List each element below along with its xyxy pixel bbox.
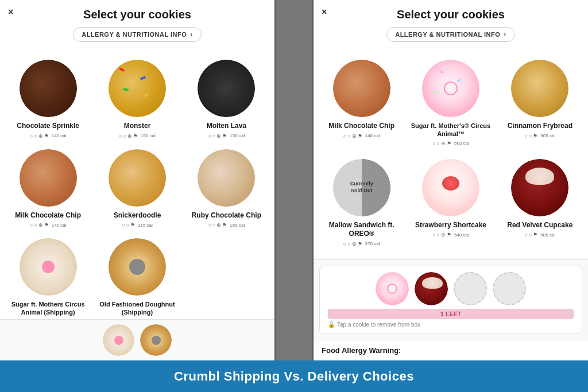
cookie-image-mallow-sandwich: CurrentlySold Out xyxy=(333,159,390,216)
panels-container: × Select your cookies ALLERGY & NUTRITIO… xyxy=(0,0,588,360)
cookie-name: Mallow Sandwich ft. OREO® xyxy=(320,221,403,239)
cookie-name: Sugar ft. Mother's® Circus Animal™ xyxy=(409,122,492,138)
cookie-image-snickerdoodle xyxy=(109,149,166,207)
cookie-image-strawberry-sc xyxy=(422,159,479,216)
selected-cookies-row xyxy=(328,272,574,305)
cookie-image-red-velvet xyxy=(511,159,568,216)
bottom-banner-text: Crumbl Shipping Vs. Delivery Choices xyxy=(174,369,414,384)
cookie-image-choc-sprinkle xyxy=(20,60,77,117)
cookie-item-strawberry-sc[interactable]: Strawberry Shortcake ○○⊕⚑540 cal xyxy=(406,153,495,254)
cookie-meta: ○○⊕⚑140 cal xyxy=(30,133,67,139)
cookie-item-milk-choc2[interactable]: Milk Chocolate Chip ○○⊕⚑140 cal xyxy=(317,54,406,153)
cookie-meta: ○○⊕⚑270 cal xyxy=(343,241,380,247)
sold-out-overlay: CurrentlySold Out xyxy=(333,159,390,216)
cookie-meta: ○○⚑505 cal xyxy=(524,133,555,139)
right-panel-header: × Select your cookies ALLERGY & NUTRITIO… xyxy=(314,0,588,48)
right-allergy-button[interactable]: ALLERGY & NUTRITIONAL INFO › xyxy=(386,27,515,42)
cookie-image-monster xyxy=(109,60,166,117)
cookie-name: Milk Chocolate Chip xyxy=(328,122,394,131)
cookie-image-cinnamon-fry xyxy=(511,60,568,117)
food-allergy-title: Food Allergy Warning: xyxy=(322,346,580,355)
selection-box: 1 LEFT 🔓 Tap a cookie to remove from box xyxy=(319,266,582,334)
cookie-name: Strawberry Shortcake xyxy=(415,221,486,230)
cookie-item-molten-lava[interactable]: Molten Lava ○○⊕⚑150 cal xyxy=(182,54,271,143)
cookie-name: Ruby Chocolate Chip xyxy=(192,211,261,220)
cookie-item-mallow-sandwich[interactable]: CurrentlySold Out Mallow Sandwich ft. OR… xyxy=(317,153,406,254)
cookie-item-cinnamon-fry[interactable]: Cinnamon Frybread ○○⚑505 cal xyxy=(496,54,585,153)
cookie-image-molten-lava xyxy=(198,60,255,117)
tap-hint: 🔓 Tap a cookie to remove from box xyxy=(328,321,574,328)
gap-divider xyxy=(276,0,312,360)
cookie-image-milk-choc xyxy=(20,149,77,207)
cookie-meta: ○○⊕⚑140 cal xyxy=(343,133,380,139)
cookie-meta: ○○⊕⚑503 cal xyxy=(432,141,469,146)
cookie-image-sugar-circus xyxy=(422,60,479,117)
food-allergy-section: Food Allergy Warning: xyxy=(314,340,588,360)
right-panel-title: Select your cookies xyxy=(323,8,579,21)
right-panel: × Select your cookies ALLERGY & NUTRITIO… xyxy=(312,0,588,360)
cookie-name: Milk Chocolate Chip xyxy=(15,211,81,220)
cookie-item-monster[interactable]: Monster ○○⊕⚑150 cal xyxy=(92,54,181,143)
chevron-right-icon: › xyxy=(504,30,506,38)
cookie-meta: ○○⊕⚑150 cal xyxy=(208,133,245,139)
cookie-name: Molten Lava xyxy=(207,122,246,131)
cookie-item-choc-sprinkle[interactable]: Chocolate Sprinkle ○○⊕⚑140 cal xyxy=(3,54,92,143)
cookie-meta: ○○⊕⚑150 cal xyxy=(208,222,245,228)
cookie-meta: ○○⚑115 cal xyxy=(122,222,153,228)
sold-out-text: CurrentlySold Out xyxy=(350,181,373,194)
cookie-name: Old Fashioned Doughnut (Shipping) xyxy=(96,300,178,317)
cookie-meta: ○○⚑505 cal xyxy=(524,232,555,238)
cookie-name: Cinnamon Frybread xyxy=(508,122,572,131)
right-cookie-grid: Milk Chocolate Chip ○○⊕⚑140 cal Sugar ft… xyxy=(314,48,588,259)
cookie-item-sugar-pink[interactable]: Sugar ft. Mothers Circus Animal (Shippin… xyxy=(3,232,92,319)
cookie-name: Red Velvet Cupcake xyxy=(507,221,572,230)
left-allergy-button[interactable]: ALLERGY & NUTRITIONAL INFO › xyxy=(73,27,202,42)
cookie-image-sugar-pink xyxy=(20,238,77,296)
left-bottom-preview xyxy=(0,319,274,360)
chevron-right-icon: › xyxy=(190,30,193,38)
cookie-item-red-velvet[interactable]: Red Velvet Cupcake ○○⚑505 cal xyxy=(496,153,585,254)
cookie-item-milk-choc[interactable]: Milk Chocolate Chip ○○⊕⚑140 cal xyxy=(3,143,92,233)
cookie-item-ruby-choc[interactable]: Ruby Chocolate Chip ○○⊕⚑150 cal xyxy=(182,143,271,233)
left-panel-title: Select your cookies xyxy=(9,8,265,21)
left-close-button[interactable]: × xyxy=(8,7,13,17)
bottom-banner: Crumbl Shipping Vs. Delivery Choices xyxy=(0,360,588,392)
cookie-image-ruby-choc xyxy=(198,149,255,207)
left-panel: × Select your cookies ALLERGY & NUTRITIO… xyxy=(0,0,276,360)
cookie-name: Snickerdoodle xyxy=(114,211,161,220)
cookie-name: Monster xyxy=(124,122,151,131)
cookie-meta: ○○⊕⚑540 cal xyxy=(432,232,469,238)
cookie-image-milk-choc2 xyxy=(333,60,390,117)
cookie-name: Sugar ft. Mothers Circus Animal (Shippin… xyxy=(7,300,89,317)
left-panel-header: × Select your cookies ALLERGY & NUTRITIO… xyxy=(0,0,274,48)
right-close-button[interactable]: × xyxy=(322,7,327,17)
cookie-meta: ○○⊕⚑140 cal xyxy=(30,222,67,228)
right-selection-area: 1 LEFT 🔓 Tap a cookie to remove from box xyxy=(314,259,588,340)
cookie-image-old-fashioned xyxy=(109,238,166,296)
cookie-item-old-fashioned[interactable]: Old Fashioned Doughnut (Shipping) ○○⊕⚑16… xyxy=(92,232,181,319)
left-count-badge: 1 LEFT xyxy=(328,309,574,319)
cookie-meta: ○○⊕⚑150 cal xyxy=(119,133,156,139)
cookie-item-snickerdoodle[interactable]: Snickerdoodle ○○⚑115 cal xyxy=(92,143,181,233)
left-cookie-grid: Chocolate Sprinkle ○○⊕⚑140 cal Monster ○… xyxy=(0,48,274,319)
cookie-item-sugar-circus[interactable]: Sugar ft. Mother's® Circus Animal™ ○○⊕⚑5… xyxy=(406,54,495,153)
cookie-name: Chocolate Sprinkle xyxy=(17,122,79,131)
